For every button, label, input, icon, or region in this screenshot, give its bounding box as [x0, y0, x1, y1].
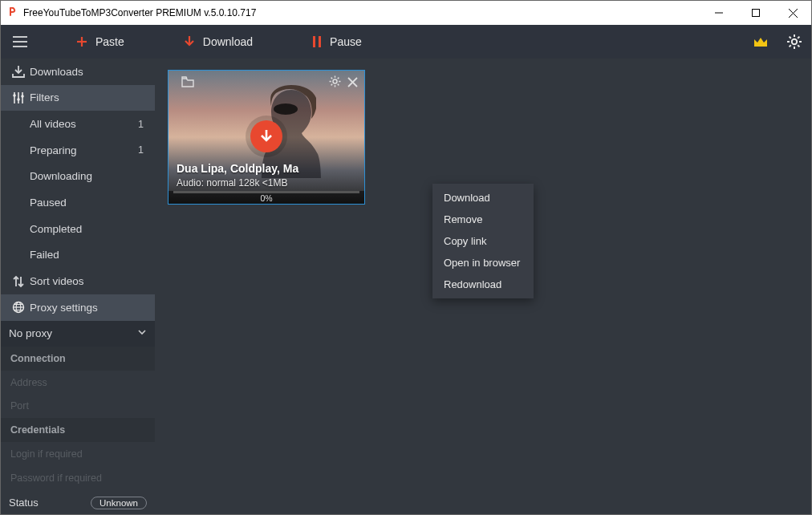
context-menu: Download Remove Copy link Open in browse…: [432, 184, 534, 298]
pause-label: Pause: [330, 35, 362, 48]
content-area: Dua Lipa, Coldplay, Ma Audio: normal 128…: [155, 59, 811, 515]
svg-line-43: [338, 78, 339, 79]
chevron-down-icon: [137, 327, 147, 339]
filter-paused[interactable]: Paused: [1, 189, 155, 216]
paste-button[interactable]: Paste: [67, 25, 139, 59]
download-badge[interactable]: [250, 120, 282, 152]
main-area: Downloads Filters All videos 1 Preparing…: [1, 59, 811, 515]
maximize-button[interactable]: [737, 1, 774, 25]
minimize-button[interactable]: [700, 1, 737, 25]
filter-count: 1: [138, 119, 147, 130]
svg-line-41: [331, 78, 333, 79]
svg-rect-1: [753, 10, 760, 17]
sidebar-downloads-label: Downloads: [30, 66, 83, 78]
sidebar-filters-label: Filters: [30, 91, 59, 103]
svg-line-42: [338, 84, 339, 86]
card-progress: 0%: [168, 191, 364, 204]
svg-rect-10: [313, 36, 315, 47]
ctx-download[interactable]: Download: [432, 187, 534, 209]
download-arrow-icon: [184, 35, 195, 48]
ctx-copy-link[interactable]: Copy link: [432, 230, 534, 252]
paste-label: Paste: [95, 35, 124, 48]
filter-failed[interactable]: Failed: [1, 242, 155, 269]
svg-line-19: [798, 37, 799, 39]
sidebar-sort[interactable]: Sort videos: [1, 268, 155, 294]
filter-label: Completed: [30, 223, 82, 235]
filter-label: All videos: [30, 118, 76, 130]
download-tray-icon: [12, 65, 30, 78]
port-field: Port: [1, 395, 155, 419]
card-subtitle: Audio: normal 128k <1MB: [177, 177, 356, 189]
globe-icon: [12, 301, 30, 314]
sidebar-proxy-label: Proxy settings: [30, 302, 98, 314]
card-gear-icon[interactable]: [329, 75, 341, 91]
filter-label: Preparing: [30, 144, 77, 156]
card-close-icon[interactable]: [347, 76, 358, 91]
filter-preparing[interactable]: Preparing 1: [1, 137, 155, 164]
password-field: Password if required: [1, 466, 155, 490]
proxy-select[interactable]: No proxy: [1, 321, 155, 347]
app-icon: [7, 7, 18, 18]
ctx-redownload[interactable]: Redownload: [432, 274, 534, 295]
card-title: Dua Lipa, Coldplay, Ma: [177, 162, 356, 175]
settings-button[interactable]: [777, 25, 811, 59]
filter-all-videos[interactable]: All videos 1: [1, 111, 155, 137]
sidebar-filters[interactable]: Filters: [1, 85, 155, 112]
address-field: Address: [1, 371, 155, 395]
svg-point-12: [792, 39, 797, 44]
filter-completed[interactable]: Completed: [1, 216, 155, 242]
svg-line-17: [790, 37, 791, 39]
window-titlebar: FreeYouTubeToMP3Converter PREMIUM v.5.0.…: [1, 1, 811, 25]
svg-point-35: [274, 103, 298, 115]
filter-count: 1: [138, 144, 147, 156]
connection-header: Connection: [1, 347, 155, 371]
pause-button[interactable]: Pause: [302, 25, 376, 59]
window-controls: [700, 1, 811, 25]
filter-label: Downloading: [30, 170, 92, 182]
svg-point-36: [333, 79, 337, 83]
proxy-value: No proxy: [9, 327, 52, 339]
proxy-status-row: Status Unknown: [1, 489, 155, 515]
video-card[interactable]: Dua Lipa, Coldplay, Ma Audio: normal 128…: [168, 70, 365, 205]
download-arrow-icon: [259, 128, 274, 144]
sidebar: Downloads Filters All videos 1 Preparing…: [1, 59, 155, 515]
hamburger-menu-button[interactable]: [1, 25, 39, 59]
svg-line-44: [331, 84, 333, 86]
status-badge[interactable]: Unknown: [91, 497, 147, 509]
login-field: Login if required: [1, 442, 155, 466]
gear-icon: [787, 34, 802, 49]
sidebar-downloads[interactable]: Downloads: [1, 59, 155, 85]
plus-icon: [76, 36, 87, 47]
crown-icon: [753, 35, 769, 48]
download-label: Download: [203, 35, 253, 48]
progress-percent: 0%: [168, 193, 364, 204]
credentials-header: Credentials: [1, 418, 155, 442]
pause-icon: [312, 36, 322, 47]
ctx-remove[interactable]: Remove: [432, 209, 534, 230]
filter-label: Failed: [30, 249, 59, 261]
svg-point-26: [17, 98, 20, 101]
close-button[interactable]: [774, 1, 811, 25]
sidebar-proxy[interactable]: Proxy settings: [1, 294, 155, 321]
filters-icon: [12, 91, 30, 104]
toolbar: Paste Download Pause: [1, 25, 811, 59]
window-title: FreeYouTubeToMP3Converter PREMIUM v.5.0.…: [23, 7, 256, 18]
svg-point-27: [21, 95, 24, 98]
svg-line-18: [798, 45, 799, 47]
premium-button[interactable]: [744, 25, 777, 59]
svg-point-25: [13, 94, 16, 97]
filter-label: Paused: [30, 197, 67, 209]
download-button[interactable]: Download: [174, 25, 267, 59]
sort-icon: [12, 275, 30, 288]
status-label: Status: [9, 497, 39, 509]
folder-icon[interactable]: [181, 76, 194, 91]
sidebar-sort-label: Sort videos: [30, 275, 84, 287]
ctx-open-browser[interactable]: Open in browser: [432, 252, 534, 274]
svg-line-20: [790, 45, 791, 47]
svg-rect-11: [319, 36, 321, 47]
filter-downloading[interactable]: Downloading: [1, 164, 155, 190]
progress-bar: [173, 191, 359, 193]
